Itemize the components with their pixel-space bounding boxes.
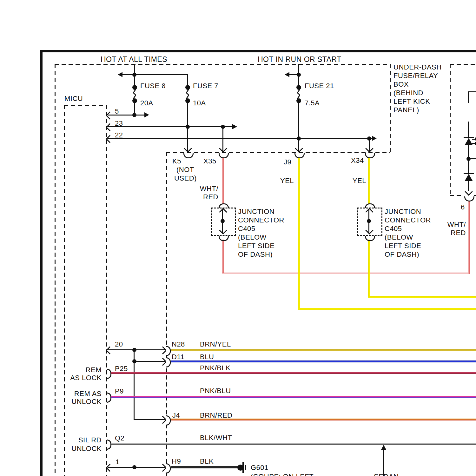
- connector-n28-terminal: [166, 346, 171, 356]
- rightbox-wire-a: [468, 122, 469, 137]
- arrow-pin23-continues: [232, 124, 237, 129]
- wire-wht-red-horizontal: [222, 273, 470, 274]
- micu-fn-rem-as-unlock-2: UNLOCK: [63, 398, 102, 406]
- wire-feed-branch-h: [122, 74, 188, 75]
- rightbox-outline-top: [450, 64, 476, 65]
- fuse21-element: [295, 87, 302, 101]
- wire-label-blk-wht: BLK/WHT: [200, 434, 232, 442]
- jc2-text-line4: (BELOW: [385, 234, 413, 241]
- micu-outline-top: [64, 105, 106, 106]
- fuse8-rating: 20A: [140, 99, 153, 107]
- junction-dot: [132, 113, 136, 117]
- connector-pin6-label: 6: [461, 203, 465, 211]
- wire-yel-x34-horizontal: [368, 296, 476, 298]
- wire-label-pnk-blk: PNK/BLK: [200, 364, 230, 372]
- arrow-into-pin6: [465, 188, 473, 195]
- connector-x35-terminal: [219, 153, 229, 158]
- fuse21-rating: 7.5A: [305, 99, 320, 107]
- junction-dot: [367, 136, 371, 141]
- rightbox-outline-bottom-a: [450, 195, 463, 196]
- ground-bar-short: [245, 465, 246, 470]
- connector-d11-label: D11: [172, 353, 184, 361]
- fusebox-note-line1: UNDER-DASH: [393, 63, 442, 71]
- fusebox-outline-left: [55, 64, 56, 476]
- arrow-into-n28: [159, 346, 167, 354]
- wire-label-wht-red-a1: WHT/: [190, 185, 218, 193]
- micu-pin-p9-label: P9: [115, 387, 124, 395]
- fuse7-element: [184, 87, 191, 101]
- fusebox-note-line4: (BEHIND: [393, 89, 423, 97]
- micu-outline-right: [106, 105, 107, 476]
- jc2-text-line5: LEFT SIDE: [385, 242, 421, 250]
- connector-q2-terminal: [107, 440, 111, 450]
- fuse8-element: [131, 87, 138, 101]
- micu-outline-left: [64, 105, 65, 476]
- connector-k5-label: K5: [172, 157, 181, 165]
- wire-pnk-blu: [111, 396, 476, 398]
- arrow-into-micu-pin1: [106, 464, 114, 472]
- arrow-into-j9: [295, 144, 303, 152]
- wire-wht-red-x35-lower: [222, 240, 224, 274]
- jc2-junction-dot: [367, 219, 371, 223]
- connector-p25-terminal: [107, 369, 111, 379]
- fusebox-note-line2: FUSE/RELAY: [393, 72, 438, 80]
- micu-fn-rem-as-lock-2: AS LOCK: [63, 374, 102, 382]
- wire-label-brn-red: BRN/RED: [200, 412, 233, 419]
- connector-k5-note1: (NOT: [176, 166, 194, 174]
- ground-note-label: (COUPE: ON LEFT: [251, 473, 314, 476]
- rightbox-bracket-v: [468, 91, 469, 103]
- connector-p9-terminal: [107, 393, 111, 403]
- wire-pnk-blk: [111, 372, 476, 374]
- connector-k5-note2: USED): [174, 175, 197, 182]
- jc1-text-line5: LEFT SIDE: [238, 242, 274, 250]
- junction-dot: [132, 73, 136, 77]
- wire-yel-x34-lower: [368, 240, 370, 298]
- arrow-feed-left: [118, 72, 122, 77]
- wire-fuse21-down: [298, 101, 299, 151]
- jc1-text-line2: CONNECTOR: [238, 216, 284, 224]
- micu-fn-sil-rd-unlock-2: UNLOCK: [63, 445, 102, 453]
- sedan-pointer-line: [383, 449, 384, 476]
- arrow-into-x34: [365, 144, 373, 152]
- rightbox-branch-h: [469, 158, 476, 159]
- fusebox-note-line3: BOX: [393, 81, 409, 88]
- harness-boundary-line: [166, 152, 167, 476]
- connector-h9-label: H9: [172, 458, 181, 465]
- wire-wht-red-pin6: [468, 201, 470, 274]
- junction-dot: [132, 359, 136, 363]
- wire-wht-red-x35-upper: [222, 158, 224, 204]
- fusebox-outline-top: [55, 64, 391, 65]
- wire-blk-wht: [111, 443, 476, 445]
- connector-j9-label: J9: [284, 158, 291, 166]
- connector-x35-label: X35: [203, 157, 216, 165]
- jc1-junction-dot: [221, 219, 225, 223]
- led-ray-1-head: [475, 137, 476, 141]
- connector-n28-label: N28: [172, 340, 185, 348]
- wire-label-pnk-blu: PNK/BLU: [200, 387, 231, 395]
- junction-dot: [221, 125, 225, 129]
- micu-pin20-label: 20: [115, 340, 123, 348]
- junction-dot: [132, 465, 136, 469]
- wire-pin22-row: [108, 138, 372, 139]
- arrow-into-micu-pin20: [106, 346, 114, 354]
- connector-h9-terminal: [166, 463, 171, 473]
- fusebox-outline-bottom: [166, 152, 390, 153]
- jc1-text-line4: (BELOW: [238, 234, 267, 241]
- header-hot-at-all-times: HOT AT ALL TIMES: [101, 56, 167, 63]
- arrow-pin22-continues: [372, 136, 377, 141]
- wire-brn-red: [171, 419, 476, 420]
- wire-blk: [171, 466, 239, 468]
- wire-yel-j9-vertical: [298, 158, 300, 310]
- jc2-text-line3: C405: [385, 225, 402, 233]
- led-ray-2-head: [475, 142, 476, 145]
- fuse8-name: FUSE 8: [140, 82, 166, 90]
- fuse7-name: FUSE 7: [193, 82, 218, 90]
- arrow-into-x35: [219, 144, 227, 152]
- junction-dot: [297, 73, 301, 77]
- fuse7-rating: 10A: [193, 99, 206, 107]
- micu-pin-q2-label: Q2: [115, 434, 124, 442]
- connector-d11-terminal: [166, 357, 171, 367]
- connector-x34-label: X34: [351, 157, 364, 164]
- micu-fn-rem-as-unlock-1: REM AS: [63, 390, 102, 398]
- jc1-text-line3: C405: [238, 225, 255, 233]
